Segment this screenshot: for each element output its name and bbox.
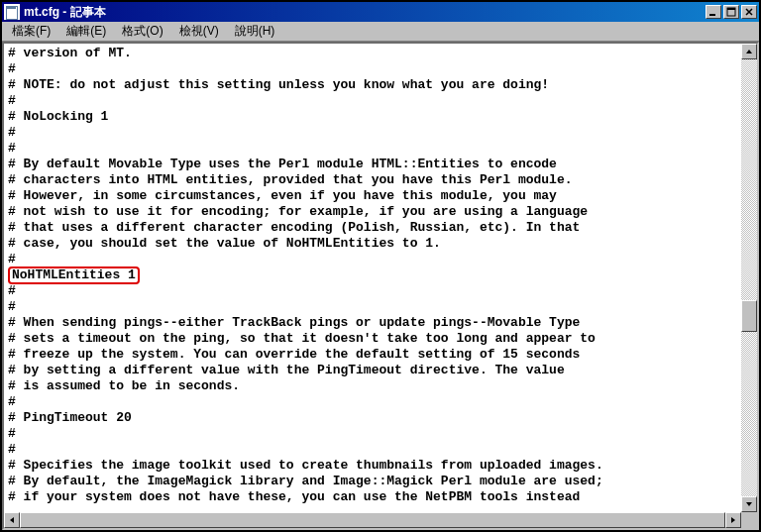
vscroll-thumb[interactable]: [741, 300, 757, 332]
scroll-up-button[interactable]: [741, 44, 757, 59]
text-line: #: [8, 299, 753, 315]
menu-format[interactable]: 格式(O): [114, 21, 170, 42]
window-controls: [706, 5, 757, 19]
text-line: # sets a timeout on the ping, so that it…: [8, 331, 753, 347]
text-line: # case, you should set the value of NoHT…: [8, 236, 753, 252]
menu-file[interactable]: 檔案(F): [4, 21, 58, 42]
scroll-left-button[interactable]: [4, 512, 20, 528]
text-line: # PingTimeout 20: [8, 410, 753, 426]
notepad-window: mt.cfg - 記事本 檔案(F) 編輯(E) 格式(O) 檢視(V) 說明(…: [1, 1, 760, 531]
close-button[interactable]: [741, 5, 757, 19]
text-line: # freeze up the system. You can override…: [8, 347, 753, 363]
menu-help[interactable]: 說明(H): [227, 21, 283, 42]
menubar: 檔案(F) 編輯(E) 格式(O) 檢視(V) 說明(H): [2, 22, 759, 42]
text-line: # However, in some circumstances, even i…: [8, 188, 753, 204]
text-line: # by setting a different value with the …: [8, 363, 753, 378]
notepad-icon: [4, 4, 20, 20]
text-line: #: [8, 394, 753, 410]
text-content[interactable]: # version of MT.## NOTE: do not adjust t…: [4, 44, 757, 528]
text-line: # if your system does not have these, yo…: [8, 489, 753, 505]
text-line: # is assumed to be in seconds.: [8, 378, 753, 394]
text-line: # that uses a different character encodi…: [8, 220, 753, 236]
text-line: #: [8, 426, 753, 442]
text-line: #: [8, 61, 753, 77]
scroll-down-button[interactable]: [741, 496, 757, 512]
window-title: mt.cfg - 記事本: [24, 4, 706, 21]
horizontal-scrollbar[interactable]: [4, 512, 741, 528]
hscroll-thumb[interactable]: [20, 512, 725, 528]
text-line: #: [8, 93, 753, 109]
text-line: #: [8, 125, 753, 141]
text-line: # Specifies the image toolkit used to cr…: [8, 458, 753, 474]
vscroll-track[interactable]: [741, 59, 757, 496]
svg-rect-2: [727, 8, 735, 10]
minimize-button[interactable]: [706, 5, 721, 19]
svg-rect-0: [709, 14, 715, 16]
text-line: # characters into HTML entities, provide…: [8, 172, 753, 188]
text-line: # version of MT.: [8, 46, 753, 61]
scroll-corner: [741, 512, 757, 528]
hscroll-track[interactable]: [20, 512, 725, 528]
menu-edit[interactable]: 編輯(E): [58, 21, 114, 42]
scroll-right-button[interactable]: [725, 512, 741, 528]
text-line: # By default, the ImageMagick library an…: [8, 474, 753, 489]
text-line: # By default Movable Type uses the Perl …: [8, 157, 753, 172]
highlighted-setting: NoHTMLEntities 1: [8, 266, 140, 284]
text-line: # not wish to use it for encoding; for e…: [8, 204, 753, 220]
vertical-scrollbar[interactable]: [741, 44, 757, 512]
text-line: # NOTE: do not adjust this setting unles…: [8, 77, 753, 93]
menu-view[interactable]: 檢視(V): [171, 21, 227, 42]
text-line: # When sending pings--either TrackBack p…: [8, 315, 753, 331]
text-line: #: [8, 252, 753, 267]
text-line: # NoLocking 1: [8, 109, 753, 125]
editor-area: # version of MT.## NOTE: do not adjust t…: [2, 42, 759, 530]
text-line: #: [8, 141, 753, 157]
text-line: #: [8, 442, 753, 458]
text-line: #: [8, 283, 753, 299]
titlebar[interactable]: mt.cfg - 記事本: [2, 2, 759, 22]
maximize-button[interactable]: [723, 5, 739, 19]
